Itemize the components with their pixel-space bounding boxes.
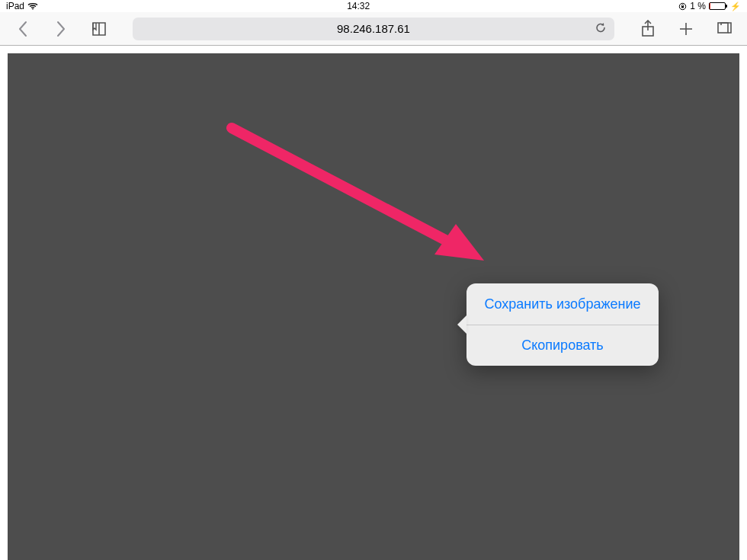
new-tab-button[interactable] bbox=[677, 20, 695, 38]
svg-rect-7 bbox=[718, 23, 728, 33]
orientation-lock-icon bbox=[678, 2, 687, 11]
svg-point-0 bbox=[32, 8, 34, 10]
address-text: 98.246.187.61 bbox=[337, 22, 410, 35]
bookmarks-button[interactable] bbox=[90, 20, 108, 38]
status-left: iPad bbox=[6, 1, 38, 11]
battery-percent-label: 1 % bbox=[690, 1, 706, 11]
reload-button[interactable] bbox=[595, 21, 607, 36]
battery-icon bbox=[709, 2, 726, 10]
popover-arrow-icon bbox=[457, 315, 466, 334]
share-button[interactable] bbox=[639, 20, 657, 38]
svg-rect-2 bbox=[681, 6, 684, 8]
save-image-button[interactable]: Сохранить изображение bbox=[466, 283, 659, 325]
back-button[interactable] bbox=[14, 20, 32, 38]
device-label: iPad bbox=[6, 1, 24, 11]
battery-fill bbox=[710, 3, 710, 9]
tabs-button[interactable] bbox=[715, 20, 733, 38]
status-bar: iPad 14:32 1 % ⚡ bbox=[0, 0, 747, 12]
context-menu: Сохранить изображение Скопировать bbox=[466, 283, 659, 366]
charging-icon: ⚡ bbox=[730, 2, 741, 11]
forward-button[interactable] bbox=[52, 20, 70, 38]
copy-button[interactable]: Скопировать bbox=[466, 325, 659, 366]
browser-toolbar: 98.246.187.61 bbox=[0, 12, 747, 46]
wifi-icon bbox=[27, 2, 38, 10]
page-content: Сохранить изображение Скопировать bbox=[0, 46, 747, 560]
address-bar[interactable]: 98.246.187.61 bbox=[133, 18, 614, 40]
status-time: 14:32 bbox=[347, 1, 370, 11]
status-right: 1 % ⚡ bbox=[678, 1, 741, 11]
